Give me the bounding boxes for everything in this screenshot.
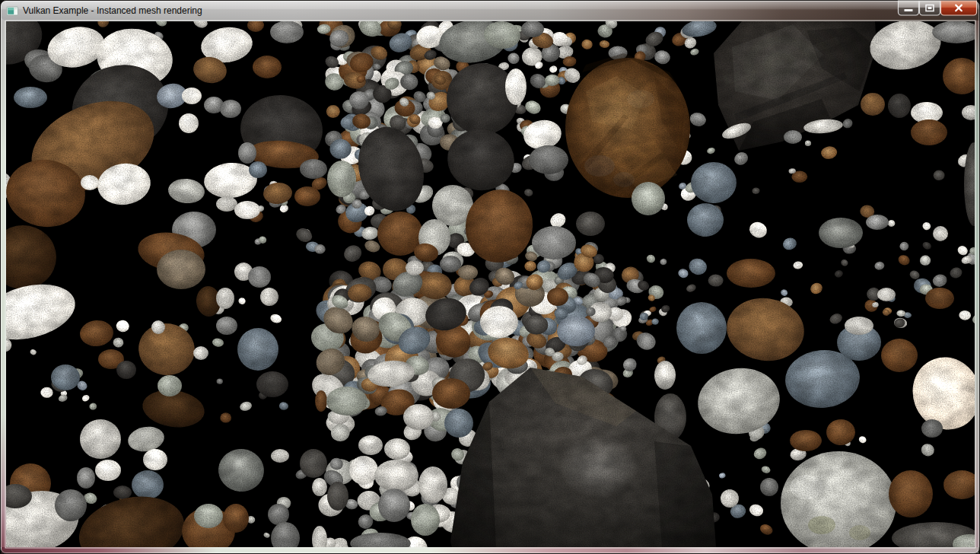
svg-text:Vulkan Example - Instanced mes: Vulkan Example - Instanced mesh renderin… — [23, 5, 202, 16]
